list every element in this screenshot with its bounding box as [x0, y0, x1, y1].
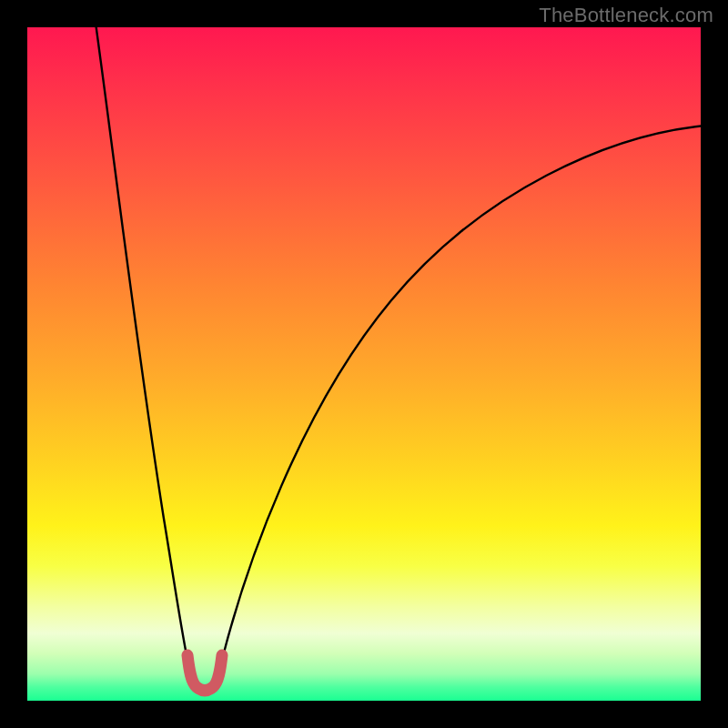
curve-overlay: [27, 27, 701, 701]
chart-container: TheBottleneck.com: [0, 0, 728, 728]
plot-area: [27, 27, 701, 701]
optimal-marker: [187, 655, 222, 691]
left-curve: [96, 27, 187, 660]
watermark-text: TheBottleneck.com: [539, 4, 713, 27]
right-curve: [222, 126, 701, 660]
